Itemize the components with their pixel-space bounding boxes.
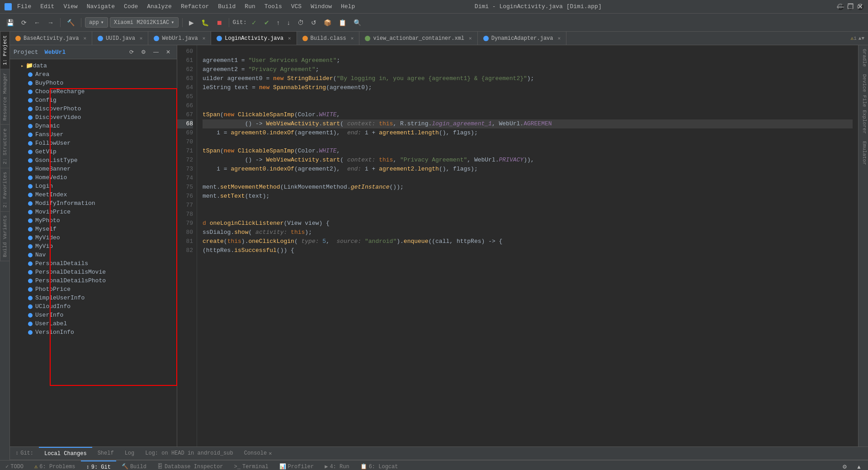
device-dropdown[interactable]: Xiaomi M2012K11AC ▾ bbox=[110, 17, 179, 28]
bottom-tab-shelf[interactable]: Shelf bbox=[92, 447, 119, 460]
close-tab-icon[interactable]: ✕ bbox=[83, 35, 86, 41]
save-button[interactable]: 💾 bbox=[4, 17, 17, 28]
tree-item-versioninfo[interactable]: VersionInfo bbox=[10, 328, 177, 337]
menu-navigate[interactable]: Navigate bbox=[85, 2, 117, 11]
close-tab-icon[interactable]: ✕ bbox=[269, 450, 272, 457]
settings-gear-icon[interactable]: ⚙ bbox=[840, 462, 850, 470]
scroll-up-icon[interactable]: ▲ bbox=[859, 36, 862, 41]
forward-button[interactable]: → bbox=[45, 17, 57, 28]
git-history-button[interactable]: ⏱ bbox=[295, 17, 307, 28]
menu-analyze[interactable]: Analyze bbox=[145, 2, 174, 11]
tree-item-config[interactable]: Config bbox=[10, 96, 177, 104]
tree-item-nav[interactable]: Nav bbox=[10, 251, 177, 259]
panel-minimize-icon[interactable]: — bbox=[151, 47, 161, 57]
minimize-button[interactable]: — bbox=[837, 4, 844, 10]
tree-item-gsonlisttype[interactable]: GsonListType bbox=[10, 156, 177, 165]
menu-run[interactable]: Run bbox=[243, 2, 257, 11]
code-editor-content[interactable]: agreement1 = "User Services Agreement"; … bbox=[197, 45, 858, 446]
bottom-tab-log-branch[interactable]: Log: on HEAD in android_sub bbox=[140, 447, 238, 460]
menu-file[interactable]: File bbox=[15, 2, 33, 11]
vtab-favorites[interactable]: 2: Favorites bbox=[0, 168, 9, 212]
tree-item-homebanner[interactable]: HomeBanner bbox=[10, 165, 177, 173]
vtab-structure[interactable]: 2: Structure bbox=[0, 125, 9, 168]
bottom-tab-log[interactable]: Log bbox=[119, 447, 140, 460]
tree-item-myphoto[interactable]: MyPhoto bbox=[10, 216, 177, 225]
menu-help[interactable]: Help bbox=[339, 2, 357, 11]
gradle-tab[interactable]: Gradle bbox=[859, 45, 868, 71]
sync-button[interactable]: ⟳ bbox=[19, 17, 29, 28]
tree-item-meetindex[interactable]: MeetIndex bbox=[10, 190, 177, 199]
close-tab-icon[interactable]: ✕ bbox=[469, 35, 472, 41]
close-tab-icon[interactable]: ✕ bbox=[140, 35, 143, 41]
git-push-button[interactable]: ↑ bbox=[274, 17, 283, 28]
stop-button[interactable]: ⏹ bbox=[213, 17, 225, 28]
menu-refactor[interactable]: Refactor bbox=[179, 2, 211, 11]
tree-item-data[interactable]: ▸ 📁 data bbox=[10, 61, 177, 70]
tree-item-chooserecharge[interactable]: ChooseRecharge bbox=[10, 87, 177, 96]
tree-item-fansuser[interactable]: FansUser bbox=[10, 130, 177, 139]
git-revert-button[interactable]: ↺ bbox=[308, 17, 319, 28]
git-tick-button[interactable]: ✔ bbox=[261, 17, 272, 28]
menu-tools[interactable]: Tools bbox=[263, 2, 284, 11]
tree-item-personaldetailsmovie[interactable]: PersonalDetailsMovie bbox=[10, 268, 177, 276]
tab-weburl[interactable]: WebUrl.java ✕ bbox=[148, 32, 211, 45]
panel-settings-icon[interactable]: ⚙ bbox=[138, 47, 149, 57]
btb-problems[interactable]: ⚠ 6: Problems bbox=[29, 461, 80, 470]
tab-login-activity[interactable]: LoginActivity.java ✕ bbox=[211, 32, 297, 45]
scroll-down-icon[interactable]: ▼ bbox=[861, 36, 864, 41]
panel-sync-icon[interactable]: ⟳ bbox=[127, 47, 137, 57]
close-tab-icon[interactable]: ✕ bbox=[558, 35, 561, 41]
close-tab-icon[interactable]: ✕ bbox=[203, 35, 206, 41]
tree-item-area[interactable]: Area bbox=[10, 70, 177, 79]
tree-item-simpleuserinfo[interactable]: SimpleUserInfo bbox=[10, 294, 177, 302]
tree-item-buyphoto[interactable]: BuyPhoto bbox=[10, 79, 177, 87]
tree-item-myself[interactable]: Myself bbox=[10, 225, 177, 233]
close-button[interactable]: ✕ bbox=[857, 4, 863, 10]
git-stash-button[interactable]: 📋 bbox=[336, 17, 349, 28]
back-button[interactable]: ← bbox=[31, 17, 43, 28]
run-build-button[interactable]: ▶ bbox=[186, 17, 197, 28]
btb-git[interactable]: ↕ 9: Git bbox=[81, 461, 116, 470]
vtab-build-variants[interactable]: Build Variants bbox=[0, 212, 9, 261]
tree-item-followuser[interactable]: FollowUser bbox=[10, 139, 177, 147]
tree-item-login[interactable]: Login bbox=[10, 182, 177, 190]
project-tree[interactable]: ▸ 📁 data Area BuyPhoto bbox=[10, 59, 177, 446]
btb-todo[interactable]: ✓ TODO bbox=[0, 461, 29, 470]
tab-view-actionbar[interactable]: view_actionbar_container.xml ✕ bbox=[359, 32, 477, 45]
tree-item-myvideo[interactable]: MyVideo bbox=[10, 233, 177, 242]
hammer-button[interactable]: 🔨 bbox=[64, 17, 77, 28]
btb-terminal[interactable]: >_ Terminal bbox=[229, 461, 274, 470]
tree-item-dynamic[interactable]: Dynamic bbox=[10, 122, 177, 130]
bottom-tab-local-changes[interactable]: Local Changes bbox=[39, 447, 92, 460]
btb-build[interactable]: 🔨 Build bbox=[116, 461, 152, 470]
vtab-project[interactable]: 1: Project bbox=[0, 32, 9, 69]
debug-button[interactable]: 🐛 bbox=[198, 17, 212, 28]
panel-close-icon[interactable]: ✕ bbox=[163, 47, 173, 57]
search-button[interactable]: 🔍 bbox=[351, 17, 364, 28]
tree-item-userinfo[interactable]: UserInfo bbox=[10, 311, 177, 319]
tab-base-activity[interactable]: BaseActivity.java ✕ bbox=[10, 32, 92, 45]
tree-item-photoprice[interactable]: PhotoPrice bbox=[10, 285, 177, 294]
tree-item-userlabel[interactable]: UserLabel bbox=[10, 319, 177, 328]
scroll-up-icon[interactable]: ▲ bbox=[854, 462, 864, 470]
tree-item-discovervideo[interactable]: DiscoverVideo bbox=[10, 113, 177, 122]
close-tab-icon[interactable]: ✕ bbox=[288, 35, 291, 41]
tree-item-personaldetails[interactable]: PersonalDetails bbox=[10, 259, 177, 268]
device-file-explorer-tab[interactable]: Device File Explorer bbox=[859, 71, 868, 138]
tree-item-myvip[interactable]: MyVip bbox=[10, 242, 177, 251]
bottom-tab-git[interactable]: ↕ Git: bbox=[10, 447, 39, 460]
tree-item-personaldetailsphoto[interactable]: PersonalDetailsPhoto bbox=[10, 276, 177, 285]
menu-view[interactable]: View bbox=[61, 2, 79, 11]
tree-item-discoverphoto[interactable]: DiscoverPhoto bbox=[10, 104, 177, 113]
menu-window[interactable]: Window bbox=[309, 2, 334, 11]
bottom-tab-console[interactable]: Console ✕ bbox=[239, 447, 278, 460]
tab-build-class[interactable]: Build.class ✕ bbox=[297, 32, 360, 45]
tab-uuid[interactable]: UUID.java ✕ bbox=[92, 32, 148, 45]
btb-run[interactable]: ▶ 4: Run bbox=[319, 461, 354, 470]
tree-item-getvip[interactable]: GetVip bbox=[10, 147, 177, 156]
tree-item-movieprice[interactable]: MoviePrice bbox=[10, 208, 177, 216]
git-pull-button[interactable]: ↓ bbox=[284, 17, 293, 28]
close-tab-icon[interactable]: ✕ bbox=[351, 35, 354, 41]
tree-item-modifyinformation[interactable]: ModifyInformation bbox=[10, 199, 177, 208]
menu-build[interactable]: Build bbox=[216, 2, 237, 11]
